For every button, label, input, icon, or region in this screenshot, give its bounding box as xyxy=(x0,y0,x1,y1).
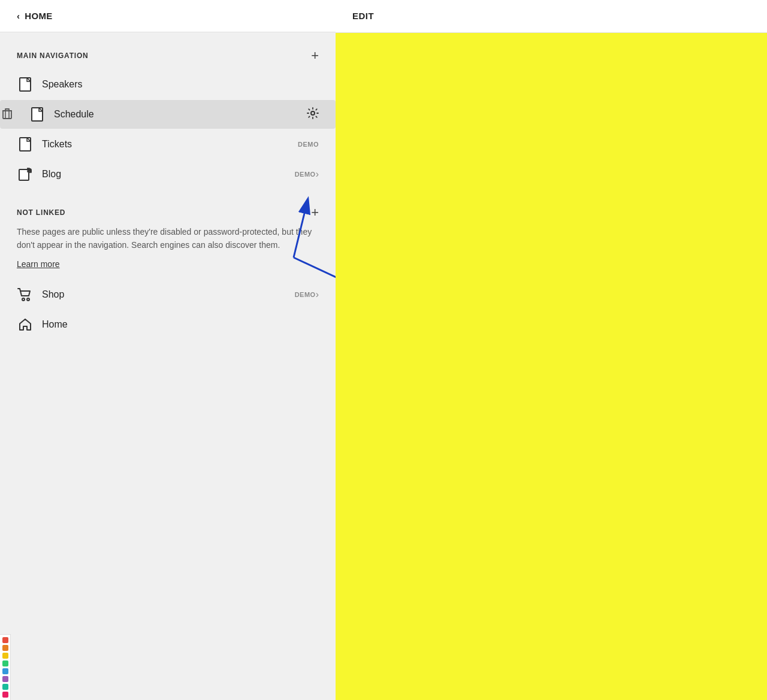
tool-blue[interactable] xyxy=(2,668,8,674)
blog-demo-badge: DEMO xyxy=(295,171,316,178)
shop-demo-badge: DEMO xyxy=(295,291,316,298)
add-nav-item-button[interactable]: + xyxy=(311,49,319,62)
yellow-canvas xyxy=(336,33,767,700)
nav-item-blog[interactable]: Blog DEMO › xyxy=(0,160,336,189)
sidebar: ‹ HOME MAIN NAVIGATION + Speakers xyxy=(0,0,336,700)
gear-icon[interactable] xyxy=(307,107,319,122)
svg-point-12 xyxy=(311,111,315,115)
bottom-tools-strip xyxy=(0,634,11,700)
svg-point-18 xyxy=(27,298,29,301)
trash-icon[interactable] xyxy=(2,108,12,121)
page-icon-speakers xyxy=(17,76,34,93)
nav-item-tickets[interactable]: Tickets DEMO xyxy=(0,130,336,159)
svg-point-17 xyxy=(22,298,25,301)
nav-item-blog-label: Blog xyxy=(42,169,290,180)
house-icon xyxy=(17,316,34,333)
add-not-linked-button[interactable]: + xyxy=(311,206,319,219)
tool-yellow[interactable] xyxy=(2,653,8,659)
shop-chevron-icon: › xyxy=(316,289,319,300)
tool-orange[interactable] xyxy=(2,645,8,651)
main-nav-section-header: MAIN NAVIGATION + xyxy=(0,32,336,69)
nav-item-schedule[interactable]: Schedule xyxy=(0,100,336,129)
nav-item-schedule-label: Schedule xyxy=(54,109,307,120)
svg-rect-4 xyxy=(3,111,11,119)
tickets-demo-badge: DEMO xyxy=(298,141,319,148)
back-chevron-icon: ‹ xyxy=(17,11,20,21)
blog-chevron-icon: › xyxy=(316,169,319,180)
home-label: HOME xyxy=(25,11,52,21)
nav-item-shop-label: Shop xyxy=(42,289,290,300)
edit-header: EDIT xyxy=(336,0,767,33)
not-linked-description: These pages are public unless they're di… xyxy=(17,225,319,252)
not-linked-section: NOT LINKED + These pages are public unle… xyxy=(0,189,336,269)
home-bar[interactable]: ‹ HOME xyxy=(0,0,336,32)
page-icon-tickets xyxy=(17,136,34,153)
edit-title: EDIT xyxy=(352,11,374,21)
right-panel: EDIT xyxy=(336,0,767,700)
cart-icon xyxy=(17,286,34,303)
learn-more-link[interactable]: Learn more xyxy=(17,259,60,269)
nav-item-home-page[interactable]: Home xyxy=(0,310,336,339)
tool-green[interactable] xyxy=(2,660,8,666)
tool-pink[interactable] xyxy=(2,692,8,698)
nav-item-shop[interactable]: Shop DEMO › xyxy=(0,280,336,309)
tool-purple[interactable] xyxy=(2,676,8,682)
nav-item-tickets-label: Tickets xyxy=(42,139,293,150)
page-icon-schedule xyxy=(29,106,46,123)
nav-item-speakers-label: Speakers xyxy=(42,79,319,90)
not-linked-title: NOT LINKED xyxy=(17,208,65,217)
page-icon-blog xyxy=(17,166,34,183)
main-nav-title: MAIN NAVIGATION xyxy=(17,51,89,60)
nav-item-speakers[interactable]: Speakers xyxy=(0,70,336,99)
tool-teal[interactable] xyxy=(2,684,8,690)
nav-item-home-page-label: Home xyxy=(42,319,319,330)
tool-red[interactable] xyxy=(2,637,8,643)
